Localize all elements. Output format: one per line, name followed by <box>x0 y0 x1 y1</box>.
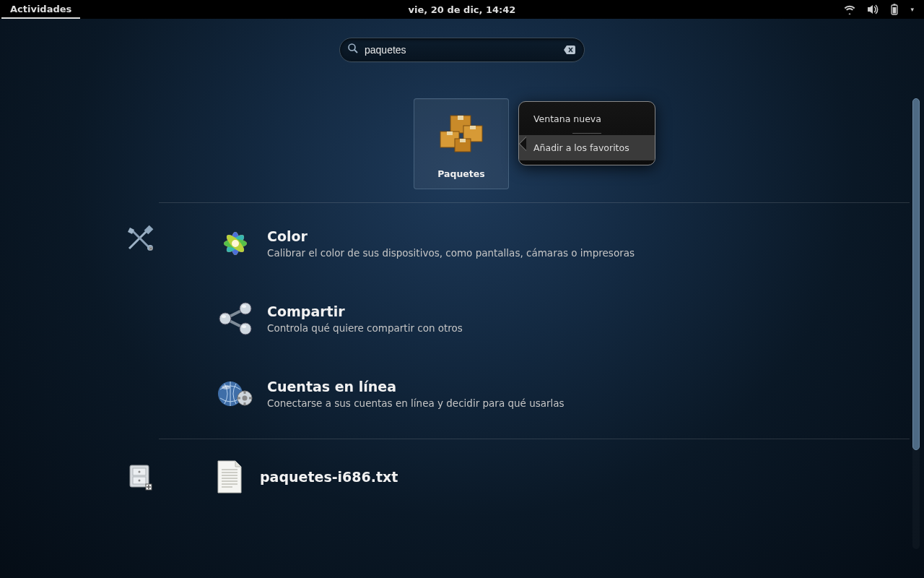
app-result-label: Paquetes <box>437 168 484 179</box>
ctx-new-window[interactable]: Ventana nueva <box>519 106 655 131</box>
section-divider <box>159 439 910 439</box>
package-boxes-icon <box>434 108 489 163</box>
text-file-icon <box>215 460 244 494</box>
context-menu: Ventana nueva Añadir a los favoritos <box>518 101 655 165</box>
scrollbar[interactable] <box>912 98 920 549</box>
settings-result-compartir[interactable]: Compartir Controla qué quiere compartir … <box>215 298 910 339</box>
wifi-icon[interactable] <box>844 4 855 14</box>
svg-point-41 <box>222 385 230 389</box>
svg-rect-45 <box>244 402 246 405</box>
share-icon <box>215 298 256 339</box>
svg-point-38 <box>242 305 246 308</box>
files-provider-icon <box>124 461 156 493</box>
settings-desc: Calibrar el color de sus dispositivos, c… <box>267 247 635 259</box>
activities-button[interactable]: Actividades <box>1 0 80 19</box>
settings-result-cuentas[interactable]: Cuentas en línea Conectarse a sus cuenta… <box>215 374 910 414</box>
top-bar: Actividades vie, 20 de dic, 14:42 ▾ <box>0 0 924 19</box>
scrollbar-thumb[interactable] <box>912 98 920 450</box>
chevron-down-icon[interactable]: ▾ <box>910 6 914 13</box>
svg-rect-12 <box>460 139 466 142</box>
svg-rect-46 <box>237 397 240 400</box>
clock[interactable]: vie, 20 de dic, 14:42 <box>409 4 516 15</box>
svg-point-3 <box>349 44 355 51</box>
svg-line-15 <box>133 231 149 247</box>
file-name: paquetes-i686.txt <box>260 469 398 485</box>
svg-rect-8 <box>470 126 476 129</box>
section-divider <box>159 202 910 203</box>
svg-point-43 <box>243 396 248 401</box>
svg-point-39 <box>242 325 246 328</box>
settings-result-color[interactable]: Color Calibrar el color de sus dispositi… <box>215 223 910 264</box>
svg-rect-1 <box>894 4 896 5</box>
svg-point-51 <box>139 471 141 473</box>
app-result-paquetes[interactable]: Paquetes <box>414 98 509 189</box>
svg-line-4 <box>354 50 357 53</box>
svg-point-37 <box>222 315 226 318</box>
volume-icon[interactable] <box>867 4 879 14</box>
svg-point-28 <box>232 240 239 247</box>
svg-rect-44 <box>244 391 246 394</box>
svg-rect-2 <box>893 7 897 14</box>
svg-rect-6 <box>458 116 463 120</box>
ctx-add-favorite[interactable]: Añadir a los favoritos <box>519 135 655 160</box>
globe-gear-icon <box>215 374 256 414</box>
battery-icon[interactable] <box>890 4 899 15</box>
settings-desc: Controla qué quiere compartir con otros <box>267 322 463 334</box>
svg-rect-10 <box>447 131 453 135</box>
search-field[interactable] <box>339 38 585 62</box>
color-flower-icon <box>215 223 256 264</box>
clear-search-icon[interactable] <box>562 43 577 57</box>
settings-title: Cuentas en línea <box>267 379 565 394</box>
svg-point-52 <box>139 480 141 482</box>
settings-title: Compartir <box>267 303 463 319</box>
file-result[interactable]: paquetes-i686.txt <box>215 460 398 494</box>
search-icon <box>347 43 359 57</box>
search-input[interactable] <box>359 44 562 56</box>
settings-title: Color <box>267 228 635 244</box>
activities-label: Actividades <box>10 4 71 14</box>
svg-rect-47 <box>249 397 252 400</box>
settings-desc: Conectarse a sus cuentas en línea y deci… <box>267 397 565 409</box>
settings-provider-icon <box>124 222 156 254</box>
